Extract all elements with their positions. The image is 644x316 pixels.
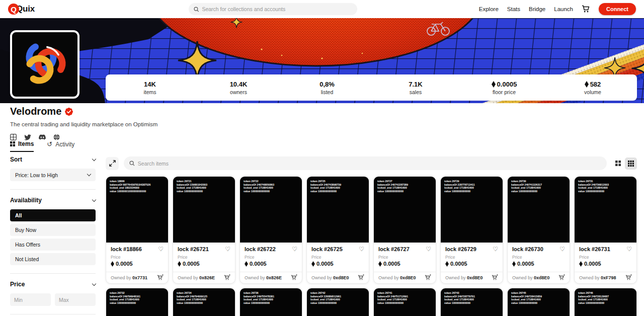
availability-option-buy-now[interactable]: Buy Now	[10, 224, 96, 236]
add-to-cart-icon[interactable]	[492, 274, 498, 281]
discord-icon[interactable]	[39, 134, 46, 140]
add-to-cart-icon[interactable]	[157, 274, 164, 281]
gallery-icon[interactable]	[10, 134, 17, 140]
card-body: lock #26725 ♡ Price 0.0005	[307, 243, 369, 269]
card-owner[interactable]: 0xd8E0	[400, 275, 416, 280]
nft-card[interactable]: token 26743 balanceOf 249728779701 locke…	[440, 288, 503, 316]
price-max-input[interactable]	[55, 293, 96, 306]
add-to-cart-icon[interactable]	[625, 274, 632, 281]
card-owner[interactable]: 0xd8E0	[333, 275, 349, 280]
card-owner[interactable]: 0xd8E0	[467, 275, 483, 280]
card-owner[interactable]: 0xF798	[601, 275, 616, 280]
add-to-cart-icon[interactable]	[425, 274, 431, 281]
card-meta-line-3: value 1000000000000	[244, 190, 298, 193]
items-search[interactable]	[124, 156, 607, 170]
card-price-value: 0.0005	[450, 261, 467, 267]
collapse-filters-button[interactable]	[106, 157, 119, 170]
stat-label: owners	[230, 89, 247, 95]
heart-icon[interactable]: ♡	[158, 247, 164, 252]
nav-link-stats[interactable]: Stats	[507, 6, 520, 12]
add-to-cart-icon[interactable]	[558, 274, 565, 281]
tab-activity[interactable]: ↺ Activity	[47, 140, 74, 152]
card-title: lock #26727	[378, 246, 410, 252]
nft-card[interactable]: token 26745 balanceOf 249728415859 locke…	[507, 288, 570, 316]
nft-card[interactable]: token 26727 balanceOf 240742287389 locke…	[373, 176, 436, 284]
global-search[interactable]	[189, 3, 357, 15]
add-to-cart-icon[interactable]	[224, 274, 230, 281]
divider	[10, 314, 96, 314]
global-search-input[interactable]	[202, 6, 352, 12]
card-price-value: 0.0005	[250, 261, 267, 267]
nav-link-explore[interactable]: Explore	[479, 6, 499, 12]
stat-value: 10.4K	[230, 81, 248, 88]
eth-icon	[111, 261, 114, 267]
connect-button[interactable]: Connect	[599, 3, 636, 15]
nft-card[interactable]: token 26742 balanceOf 226889512961 locke…	[306, 288, 369, 316]
card-owner[interactable]: 0x826E	[199, 275, 215, 280]
nft-image: token 18866 balanceOf 887764397818438752…	[106, 177, 168, 243]
nav-link-launch[interactable]: Launch	[554, 6, 573, 12]
heart-icon[interactable]: ♡	[426, 247, 431, 252]
nft-card[interactable]: token 26722 balanceOf 240748850863 locke…	[239, 176, 302, 284]
nft-card[interactable]: token 26725 balanceOf 240743898739 locke…	[306, 176, 369, 284]
cart-icon[interactable]	[582, 5, 590, 13]
card-price-value: 0.0005	[116, 261, 133, 267]
nft-card[interactable]: token 26721 balanceOf 229881842003 locke…	[173, 176, 235, 284]
availability-option-not-listed[interactable]: Not Listed	[10, 253, 96, 265]
website-icon[interactable]	[53, 134, 60, 140]
items-search-input[interactable]	[138, 161, 601, 167]
tab-items[interactable]: Items	[10, 140, 34, 152]
stat-items: 14K items	[106, 74, 194, 101]
stat-label: volume	[584, 89, 601, 95]
heart-icon[interactable]: ♡	[225, 247, 230, 252]
card-owner[interactable]: 0x7731	[132, 275, 147, 280]
heart-icon[interactable]: ♡	[359, 247, 364, 252]
availability-option-all[interactable]: All	[10, 209, 96, 221]
sort-selected-value: Price: Low to High	[15, 172, 58, 178]
nft-card[interactable]: token 26729 balanceOf 228778713411 locke…	[440, 176, 503, 284]
nft-card[interactable]: token 26741 balanceOf 249751712691 locke…	[373, 288, 436, 316]
grid-small-toggle[interactable]	[625, 157, 637, 170]
card-owned-label: Owned by	[378, 275, 399, 280]
card-price-value: 0.0005	[316, 261, 334, 267]
nft-image: token 26736 balanceOf 249755478381 locke…	[240, 288, 302, 316]
card-owner[interactable]: 0x826E	[266, 275, 282, 280]
verified-badge-icon	[65, 108, 73, 116]
nft-image: token 26722 balanceOf 240748850863 locke…	[240, 177, 302, 243]
card-body: lock #26729 ♡ Price 0.0005	[441, 243, 503, 269]
stat-value: 582	[590, 81, 601, 88]
add-to-cart-icon[interactable]	[358, 274, 364, 281]
nft-card[interactable]: token 26736 balanceOf 249755478381 locke…	[239, 288, 302, 316]
card-owner[interactable]: 0xd8E0	[534, 275, 550, 280]
nft-card[interactable]: token 18866 balanceOf 887764397818438752…	[106, 176, 169, 284]
nft-card[interactable]: token 26731 balanceOf 240736812003 locke…	[574, 176, 637, 284]
filter-price-header[interactable]: Price	[10, 281, 96, 288]
card-meta-line-3: value 1000000000000	[511, 301, 566, 305]
filter-sort-header[interactable]: Sort	[10, 156, 96, 163]
card-owned-label: Owned by	[111, 275, 131, 280]
nav-link-bridge[interactable]: Bridge	[529, 6, 545, 12]
grid-large-toggle[interactable]	[612, 157, 624, 170]
heart-icon[interactable]: ♡	[626, 247, 632, 252]
nft-card[interactable]: token 26746 balanceOf 249728129687 locke…	[574, 288, 637, 316]
heart-icon[interactable]: ♡	[559, 247, 565, 252]
quix-logo[interactable]: Q Quix	[8, 4, 35, 15]
add-to-cart-icon[interactable]	[291, 274, 297, 281]
nft-card[interactable]: token 26730 balanceOf 240741326317 locke…	[507, 176, 570, 284]
nav-links: Explore Stats Bridge Launch Connect	[479, 3, 636, 15]
nft-card[interactable]: token 26732 balanceOf 249796948161 locke…	[106, 288, 169, 316]
velodrome-logo-icon	[12, 32, 77, 97]
sort-select[interactable]: Price: Low to High	[10, 169, 96, 181]
filter-availability-header[interactable]: Availability	[10, 197, 96, 204]
heart-icon[interactable]: ♡	[493, 247, 498, 252]
card-meta-line-3: value 1000000000000	[310, 301, 365, 305]
twitter-icon[interactable]	[24, 134, 31, 140]
nft-card[interactable]: token 26734 balanceOf 249794009125 locke…	[173, 288, 235, 316]
card-price-value: 0.0005	[517, 261, 534, 267]
availability-option-has-offers[interactable]: Has Offers	[10, 239, 96, 251]
grid-large-icon	[615, 161, 621, 166]
price-min-input[interactable]	[10, 293, 51, 306]
card-title: lock #26722	[245, 246, 276, 252]
heart-icon[interactable]: ♡	[292, 247, 297, 252]
card-owned-label: Owned by	[512, 275, 533, 280]
